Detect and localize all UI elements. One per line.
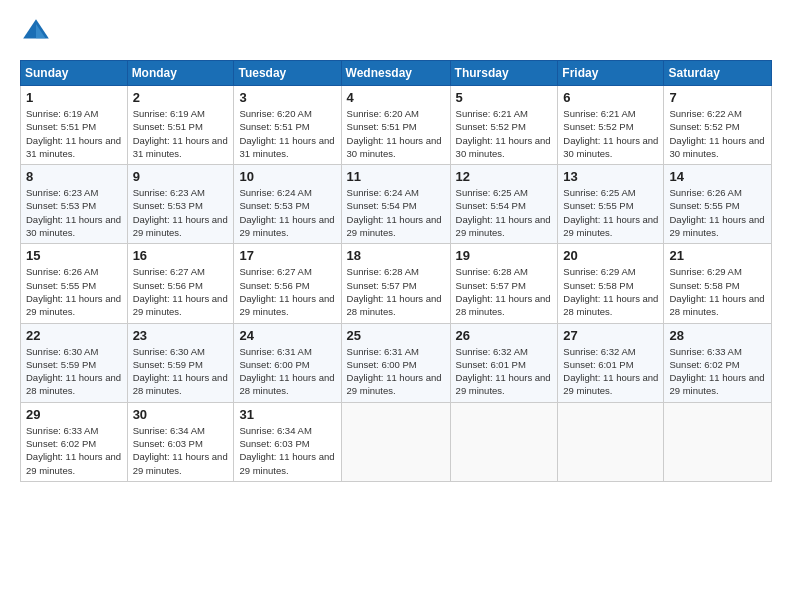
calendar-cell xyxy=(450,402,558,481)
logo-icon xyxy=(20,16,52,48)
svg-marker-1 xyxy=(36,24,46,38)
day-number: 20 xyxy=(563,248,658,263)
header-day-sunday: Sunday xyxy=(21,61,128,86)
day-number: 2 xyxy=(133,90,229,105)
day-number: 30 xyxy=(133,407,229,422)
calendar-cell: 10 Sunrise: 6:24 AMSunset: 5:53 PMDaylig… xyxy=(234,165,341,244)
day-info: Sunrise: 6:24 AMSunset: 5:53 PMDaylight:… xyxy=(239,186,335,239)
week-row-1: 8 Sunrise: 6:23 AMSunset: 5:53 PMDayligh… xyxy=(21,165,772,244)
day-info: Sunrise: 6:34 AMSunset: 6:03 PMDaylight:… xyxy=(133,424,229,477)
day-info: Sunrise: 6:19 AMSunset: 5:51 PMDaylight:… xyxy=(133,107,229,160)
calendar-cell: 12 Sunrise: 6:25 AMSunset: 5:54 PMDaylig… xyxy=(450,165,558,244)
day-info: Sunrise: 6:32 AMSunset: 6:01 PMDaylight:… xyxy=(563,345,658,398)
day-number: 11 xyxy=(347,169,445,184)
calendar-cell: 18 Sunrise: 6:28 AMSunset: 5:57 PMDaylig… xyxy=(341,244,450,323)
page: SundayMondayTuesdayWednesdayThursdayFrid… xyxy=(0,0,792,492)
calendar-cell xyxy=(664,402,772,481)
day-number: 4 xyxy=(347,90,445,105)
day-info: Sunrise: 6:26 AMSunset: 5:55 PMDaylight:… xyxy=(669,186,766,239)
day-info: Sunrise: 6:20 AMSunset: 5:51 PMDaylight:… xyxy=(347,107,445,160)
calendar-cell: 8 Sunrise: 6:23 AMSunset: 5:53 PMDayligh… xyxy=(21,165,128,244)
day-number: 31 xyxy=(239,407,335,422)
day-info: Sunrise: 6:23 AMSunset: 5:53 PMDaylight:… xyxy=(133,186,229,239)
calendar-table: SundayMondayTuesdayWednesdayThursdayFrid… xyxy=(20,60,772,482)
day-info: Sunrise: 6:32 AMSunset: 6:01 PMDaylight:… xyxy=(456,345,553,398)
day-info: Sunrise: 6:19 AMSunset: 5:51 PMDaylight:… xyxy=(26,107,122,160)
day-info: Sunrise: 6:29 AMSunset: 5:58 PMDaylight:… xyxy=(669,265,766,318)
calendar-cell: 6 Sunrise: 6:21 AMSunset: 5:52 PMDayligh… xyxy=(558,86,664,165)
day-number: 9 xyxy=(133,169,229,184)
day-info: Sunrise: 6:21 AMSunset: 5:52 PMDaylight:… xyxy=(563,107,658,160)
header-day-tuesday: Tuesday xyxy=(234,61,341,86)
calendar-cell: 4 Sunrise: 6:20 AMSunset: 5:51 PMDayligh… xyxy=(341,86,450,165)
day-number: 28 xyxy=(669,328,766,343)
header-row: SundayMondayTuesdayWednesdayThursdayFrid… xyxy=(21,61,772,86)
day-number: 7 xyxy=(669,90,766,105)
calendar-cell xyxy=(341,402,450,481)
day-number: 25 xyxy=(347,328,445,343)
day-info: Sunrise: 6:27 AMSunset: 5:56 PMDaylight:… xyxy=(133,265,229,318)
day-info: Sunrise: 6:25 AMSunset: 5:55 PMDaylight:… xyxy=(563,186,658,239)
day-info: Sunrise: 6:21 AMSunset: 5:52 PMDaylight:… xyxy=(456,107,553,160)
day-number: 22 xyxy=(26,328,122,343)
calendar-cell: 16 Sunrise: 6:27 AMSunset: 5:56 PMDaylig… xyxy=(127,244,234,323)
day-info: Sunrise: 6:23 AMSunset: 5:53 PMDaylight:… xyxy=(26,186,122,239)
day-info: Sunrise: 6:29 AMSunset: 5:58 PMDaylight:… xyxy=(563,265,658,318)
day-number: 27 xyxy=(563,328,658,343)
calendar-cell: 21 Sunrise: 6:29 AMSunset: 5:58 PMDaylig… xyxy=(664,244,772,323)
day-number: 8 xyxy=(26,169,122,184)
week-row-0: 1 Sunrise: 6:19 AMSunset: 5:51 PMDayligh… xyxy=(21,86,772,165)
week-row-4: 29 Sunrise: 6:33 AMSunset: 6:02 PMDaylig… xyxy=(21,402,772,481)
calendar-cell: 26 Sunrise: 6:32 AMSunset: 6:01 PMDaylig… xyxy=(450,323,558,402)
day-number: 1 xyxy=(26,90,122,105)
day-info: Sunrise: 6:28 AMSunset: 5:57 PMDaylight:… xyxy=(456,265,553,318)
day-info: Sunrise: 6:30 AMSunset: 5:59 PMDaylight:… xyxy=(26,345,122,398)
day-info: Sunrise: 6:34 AMSunset: 6:03 PMDaylight:… xyxy=(239,424,335,477)
calendar-cell: 31 Sunrise: 6:34 AMSunset: 6:03 PMDaylig… xyxy=(234,402,341,481)
day-info: Sunrise: 6:22 AMSunset: 5:52 PMDaylight:… xyxy=(669,107,766,160)
calendar-body: 1 Sunrise: 6:19 AMSunset: 5:51 PMDayligh… xyxy=(21,86,772,482)
calendar-cell: 30 Sunrise: 6:34 AMSunset: 6:03 PMDaylig… xyxy=(127,402,234,481)
day-info: Sunrise: 6:24 AMSunset: 5:54 PMDaylight:… xyxy=(347,186,445,239)
day-info: Sunrise: 6:20 AMSunset: 5:51 PMDaylight:… xyxy=(239,107,335,160)
day-number: 16 xyxy=(133,248,229,263)
logo xyxy=(20,16,56,48)
day-number: 24 xyxy=(239,328,335,343)
day-number: 18 xyxy=(347,248,445,263)
calendar-cell: 27 Sunrise: 6:32 AMSunset: 6:01 PMDaylig… xyxy=(558,323,664,402)
day-info: Sunrise: 6:25 AMSunset: 5:54 PMDaylight:… xyxy=(456,186,553,239)
header-day-wednesday: Wednesday xyxy=(341,61,450,86)
day-number: 13 xyxy=(563,169,658,184)
calendar-cell: 1 Sunrise: 6:19 AMSunset: 5:51 PMDayligh… xyxy=(21,86,128,165)
header-day-thursday: Thursday xyxy=(450,61,558,86)
calendar-cell xyxy=(558,402,664,481)
calendar-cell: 5 Sunrise: 6:21 AMSunset: 5:52 PMDayligh… xyxy=(450,86,558,165)
calendar-cell: 24 Sunrise: 6:31 AMSunset: 6:00 PMDaylig… xyxy=(234,323,341,402)
calendar-cell: 20 Sunrise: 6:29 AMSunset: 5:58 PMDaylig… xyxy=(558,244,664,323)
calendar-cell: 17 Sunrise: 6:27 AMSunset: 5:56 PMDaylig… xyxy=(234,244,341,323)
calendar-cell: 7 Sunrise: 6:22 AMSunset: 5:52 PMDayligh… xyxy=(664,86,772,165)
day-number: 19 xyxy=(456,248,553,263)
calendar-cell: 19 Sunrise: 6:28 AMSunset: 5:57 PMDaylig… xyxy=(450,244,558,323)
header-day-friday: Friday xyxy=(558,61,664,86)
day-info: Sunrise: 6:27 AMSunset: 5:56 PMDaylight:… xyxy=(239,265,335,318)
calendar-cell: 25 Sunrise: 6:31 AMSunset: 6:00 PMDaylig… xyxy=(341,323,450,402)
day-info: Sunrise: 6:26 AMSunset: 5:55 PMDaylight:… xyxy=(26,265,122,318)
day-number: 17 xyxy=(239,248,335,263)
day-number: 3 xyxy=(239,90,335,105)
calendar-cell: 11 Sunrise: 6:24 AMSunset: 5:54 PMDaylig… xyxy=(341,165,450,244)
calendar-cell: 15 Sunrise: 6:26 AMSunset: 5:55 PMDaylig… xyxy=(21,244,128,323)
day-info: Sunrise: 6:28 AMSunset: 5:57 PMDaylight:… xyxy=(347,265,445,318)
day-info: Sunrise: 6:33 AMSunset: 6:02 PMDaylight:… xyxy=(26,424,122,477)
calendar-cell: 3 Sunrise: 6:20 AMSunset: 5:51 PMDayligh… xyxy=(234,86,341,165)
day-number: 29 xyxy=(26,407,122,422)
day-info: Sunrise: 6:31 AMSunset: 6:00 PMDaylight:… xyxy=(239,345,335,398)
day-info: Sunrise: 6:30 AMSunset: 5:59 PMDaylight:… xyxy=(133,345,229,398)
calendar-cell: 22 Sunrise: 6:30 AMSunset: 5:59 PMDaylig… xyxy=(21,323,128,402)
day-number: 15 xyxy=(26,248,122,263)
day-number: 21 xyxy=(669,248,766,263)
day-number: 10 xyxy=(239,169,335,184)
calendar-cell: 29 Sunrise: 6:33 AMSunset: 6:02 PMDaylig… xyxy=(21,402,128,481)
header-day-monday: Monday xyxy=(127,61,234,86)
day-info: Sunrise: 6:33 AMSunset: 6:02 PMDaylight:… xyxy=(669,345,766,398)
